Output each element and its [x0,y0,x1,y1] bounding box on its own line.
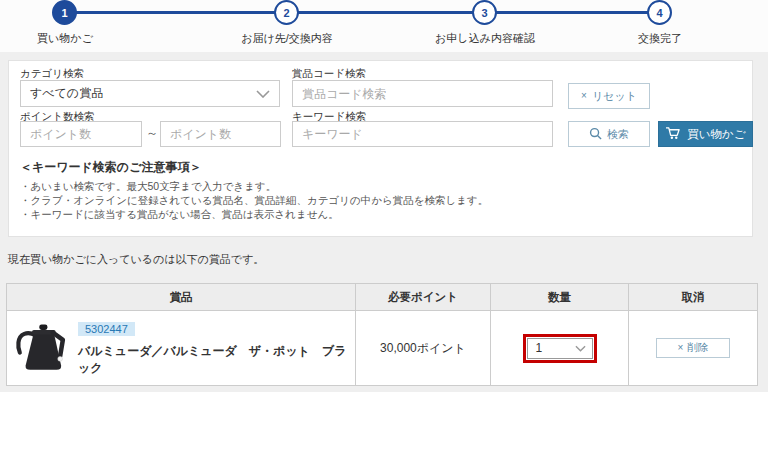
cart-icon [665,126,681,142]
delete-item-button[interactable]: × 削除 [656,338,730,358]
cart-table: 賞品 必要ポイント 数量 取消 [6,283,758,386]
reset-button-label: リセット [592,89,637,104]
close-icon: × [581,91,587,101]
column-header-points: 必要ポイント [355,284,490,310]
product-code-badge[interactable]: 5302447 [78,322,135,336]
step-label-confirm: お申し込み内容確認 [405,31,565,46]
code-search-label: 賞品コード検索 [292,67,366,81]
cart-intro-text: 現在買い物かごに入っているのは以下の賞品です。 [8,252,264,267]
stepper: 1 2 3 4 買い物かご お届け先/交換内容 お申し込み内容確認 交換完了 [0,0,768,52]
step-circle-address: 2 [274,0,299,25]
points-range-separator: ～ [146,125,158,142]
cart-item-row: 5302447 バルミューダ／バルミューダ ザ・ポット ブラック 30,000ポ… [7,311,757,385]
keyword-notes-title: ＜キーワード検索のご注意事項＞ [20,159,201,176]
quantity-highlight-box: 1 [523,334,597,363]
content-section: カテゴリ検索 すべての賞品 賞品コード検索 ポイント数検索 ～ キーワード検索 … [0,52,768,392]
delete-button-label: 削除 [687,341,708,355]
keyword-note: ・クラブ・オンラインに登録されている賞品名、賞品詳細、カテゴリの中から賞品を検索… [20,194,488,208]
keyword-note: ・キーワードに該当する賞品がない場合、賞品は表示されません。 [20,208,339,222]
search-icon [589,127,602,142]
step-number: 1 [61,7,67,19]
cart-table-header: 賞品 必要ポイント 数量 取消 [7,284,757,311]
points-min-input[interactable] [20,121,142,147]
product-image-kettle [13,319,71,377]
column-header-quantity: 数量 [490,284,628,310]
required-points: 30,000ポイント [380,340,466,357]
step-number: 4 [656,7,662,19]
step-circle-cart: 1 [52,0,77,25]
reset-button[interactable]: × リセット [568,83,650,109]
step-number: 3 [481,7,487,19]
search-button-label: 検索 [607,127,629,142]
points-cell: 30,000ポイント [355,311,490,385]
product-info: 5302447 バルミューダ／バルミューダ ザ・ポット ブラック [78,319,355,377]
product-name: バルミューダ／バルミューダ ザ・ポット ブラック [78,343,355,377]
chevron-down-icon [575,345,586,352]
column-header-cancel: 取消 [628,284,757,310]
quantity-select[interactable]: 1 [527,338,593,359]
cart-button-label: 買い物かご [687,127,745,142]
cancel-cell: × 削除 [628,311,757,385]
step-circle-complete: 4 [647,0,672,25]
search-button[interactable]: 検索 [568,121,650,147]
category-search-label: カテゴリ検索 [20,67,84,81]
category-select[interactable]: すべての賞品 [20,80,280,107]
go-to-cart-button[interactable]: 買い物かご [658,121,753,147]
points-max-input[interactable] [160,121,281,147]
step-label-cart: 買い物かご [0,31,145,46]
quantity-cell: 1 [490,311,628,385]
stepper-connector-line [65,11,660,14]
column-header-product: 賞品 [7,284,355,310]
quantity-value: 1 [536,341,543,355]
category-select-value: すべての賞品 [30,85,256,102]
step-number: 2 [283,7,289,19]
close-icon: × [678,343,684,353]
step-circle-confirm: 3 [472,0,497,25]
product-cell: 5302447 バルミューダ／バルミューダ ザ・ポット ブラック [7,311,355,385]
keyword-input[interactable] [292,121,553,147]
step-label-complete: 交換完了 [580,31,740,46]
search-panel: カテゴリ検索 すべての賞品 賞品コード検索 ポイント数検索 ～ キーワード検索 … [8,60,753,237]
step-label-address: お届け先/交換内容 [207,31,367,46]
keyword-note: ・あいまい検索です。最大50文字まで入力できます。 [20,180,276,194]
page: 1 2 3 4 買い物かご お届け先/交換内容 お申し込み内容確認 交換完了 カ… [0,0,768,456]
code-search-input[interactable] [292,80,553,107]
chevron-down-icon [256,87,270,101]
